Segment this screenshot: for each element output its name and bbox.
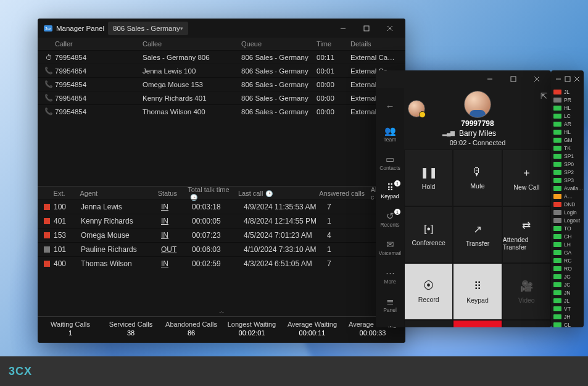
agent-row[interactable]: 153Omega MouseIN00:07:234/5/2024 7:01:23… bbox=[38, 228, 405, 242]
open-external-icon[interactable]: ⇱ bbox=[540, 91, 547, 101]
self-avatar[interactable] bbox=[408, 100, 425, 117]
cell-status[interactable]: IN bbox=[159, 259, 189, 268]
cell-callee: Omega Mouse 153 bbox=[143, 81, 241, 88]
call-row[interactable]: 📞79954854Kenny Richards 401806 Sales - G… bbox=[38, 91, 405, 104]
col-agent[interactable]: Agent bbox=[77, 190, 155, 197]
col-ext[interactable]: Ext. bbox=[51, 190, 78, 197]
presence-item[interactable]: JN bbox=[551, 288, 584, 296]
agent-row[interactable]: 101Pauline RichardsOUT00:06:034/10/2024 … bbox=[38, 242, 405, 256]
presence-label: SP3 bbox=[564, 177, 574, 183]
presence-item[interactable]: Availa… bbox=[551, 184, 584, 192]
rail-panel[interactable]: ≣Panel bbox=[376, 290, 404, 319]
col-lastcall[interactable]: Last call🕒 bbox=[236, 190, 317, 197]
col-callee[interactable]: Callee bbox=[143, 40, 241, 48]
call-row[interactable]: 📞79954854Thomas Wilson 400806 Sales - Ge… bbox=[38, 104, 405, 118]
presence-item[interactable]: A… bbox=[551, 192, 584, 200]
conference-button[interactable]: [•]Conference bbox=[404, 206, 453, 263]
collapse-chevron-icon[interactable]: ︿ bbox=[38, 308, 405, 316]
close-button[interactable] bbox=[378, 19, 402, 38]
presence-item[interactable]: VT bbox=[551, 304, 584, 313]
presence-item[interactable]: Login bbox=[551, 208, 584, 216]
rail-back[interactable]: ← bbox=[376, 91, 404, 120]
presence-item[interactable]: SP3 bbox=[551, 176, 584, 184]
col-details[interactable]: Details bbox=[350, 40, 405, 48]
presence-item[interactable]: TK bbox=[551, 144, 584, 152]
rail-contacts[interactable]: ▭Contacts bbox=[376, 148, 404, 177]
presence-item[interactable]: JH bbox=[551, 313, 584, 321]
col-time[interactable]: Time bbox=[317, 40, 350, 48]
rail-team[interactable]: 👥Team bbox=[376, 120, 404, 148]
presence-item[interactable]: JL bbox=[551, 296, 584, 304]
presence-item[interactable]: DND bbox=[551, 200, 584, 208]
presence-item[interactable]: GM bbox=[551, 136, 584, 144]
col-status[interactable]: Status bbox=[155, 190, 186, 197]
presence-item[interactable]: Logout bbox=[551, 216, 584, 224]
presence-item[interactable]: JL bbox=[551, 88, 584, 96]
presence-item[interactable]: SP0 bbox=[551, 160, 584, 168]
record-button[interactable]: ⦿Record bbox=[404, 263, 453, 320]
minimize-button[interactable] bbox=[331, 19, 355, 38]
maximize-button[interactable] bbox=[563, 70, 572, 88]
col-caller[interactable]: Caller bbox=[55, 40, 143, 48]
presence-item[interactable]: LC bbox=[551, 112, 584, 120]
presence-item[interactable]: CL bbox=[551, 321, 584, 327]
attended-transfer-button[interactable]: ⇄Attended Transfer bbox=[502, 206, 551, 263]
call-row[interactable]: ⏱79954854Sales - Germany 806806 Sales - … bbox=[38, 50, 405, 64]
presence-item[interactable]: HL bbox=[551, 104, 584, 112]
col-ttt[interactable]: Total talk time🕒 bbox=[185, 186, 236, 201]
maximize-button[interactable] bbox=[355, 19, 378, 38]
agent-row[interactable]: 401Kenny RichardsIN00:00:054/8/2024 12:1… bbox=[38, 214, 405, 228]
minimize-button[interactable] bbox=[478, 70, 502, 89]
presence-item[interactable]: JG bbox=[551, 272, 584, 280]
call-row[interactable]: 📞79954854Jenna Lewis 100806 Sales - Germ… bbox=[38, 64, 405, 77]
maximize-button[interactable] bbox=[502, 70, 525, 89]
stat-value: 1 bbox=[40, 329, 101, 337]
col-answered[interactable]: Answered calls bbox=[317, 190, 368, 197]
rail-keypad[interactable]: ⠿Keypad1 bbox=[376, 177, 404, 205]
presence-item[interactable]: AR bbox=[551, 120, 584, 128]
empty-slot bbox=[404, 320, 453, 327]
dialer-titlebar[interactable] bbox=[376, 70, 551, 88]
cell-status[interactable]: IN bbox=[159, 203, 189, 211]
minimize-button[interactable] bbox=[553, 70, 563, 88]
cell-status[interactable]: IN bbox=[159, 231, 189, 240]
col-queue[interactable]: Queue bbox=[241, 40, 317, 48]
agent-row[interactable]: 400Thomas WilsonIN00:02:594/3/2024 6:51:… bbox=[38, 256, 405, 271]
caller-avatar bbox=[464, 91, 491, 118]
presence-item[interactable]: CH bbox=[551, 232, 584, 240]
keypad-button[interactable]: ⠿Keypad bbox=[453, 263, 502, 320]
presence-item[interactable]: TO bbox=[551, 224, 584, 232]
presence-item[interactable]: HL bbox=[551, 128, 584, 136]
presence-item[interactable]: RO bbox=[551, 264, 584, 272]
mute-button[interactable]: 🎙Mute bbox=[453, 149, 502, 206]
rail-settings[interactable]: ⚙Settings bbox=[376, 319, 404, 327]
cell-answered: 1 bbox=[325, 217, 378, 225]
hold-button[interactable]: ❚❚Hold bbox=[404, 149, 453, 206]
new-call-button[interactable]: ＋New Call bbox=[502, 149, 551, 206]
cell-status[interactable]: IN bbox=[159, 217, 189, 225]
close-button[interactable] bbox=[525, 70, 549, 89]
close-button[interactable] bbox=[572, 70, 581, 88]
hangup-button[interactable] bbox=[453, 320, 502, 327]
rail-more[interactable]: ⋯More bbox=[376, 262, 404, 290]
presence-item[interactable]: PR bbox=[551, 96, 584, 104]
rail-recents[interactable]: ↺Recents1 bbox=[376, 205, 404, 233]
presence-item[interactable]: SP2 bbox=[551, 168, 584, 176]
presence-indicator bbox=[553, 306, 561, 311]
manager-titlebar[interactable]: 3cx Manager Panel 806 Sales - Germany ▾ bbox=[38, 19, 405, 38]
presence-item[interactable]: RC bbox=[551, 256, 584, 264]
transfer-button[interactable]: ↗Transfer bbox=[453, 206, 502, 263]
presence-item[interactable]: GA bbox=[551, 248, 584, 256]
agent-row[interactable]: 100Jenna LewisIN00:03:184/9/2024 11:35:5… bbox=[38, 199, 405, 214]
presence-label: PR bbox=[564, 97, 571, 103]
video-icon: 🎥 bbox=[520, 280, 533, 293]
rail-voicemail[interactable]: ✉Voicemail bbox=[376, 233, 404, 262]
dialer-window: ←👥Team▭Contacts⠿Keypad1↺Recents1✉Voicema… bbox=[376, 70, 551, 327]
presence-item[interactable]: JC bbox=[551, 280, 584, 288]
presence-item[interactable]: SP1 bbox=[551, 152, 584, 160]
cell-status[interactable]: OUT bbox=[159, 245, 189, 254]
presence-item[interactable]: LH bbox=[551, 240, 584, 248]
call-row[interactable]: 📞79954854Omega Mouse 153806 Sales - Germ… bbox=[38, 77, 405, 91]
cell-caller: 79954854 bbox=[55, 108, 143, 115]
queue-dropdown[interactable]: 806 Sales - Germany ▾ bbox=[108, 22, 188, 35]
